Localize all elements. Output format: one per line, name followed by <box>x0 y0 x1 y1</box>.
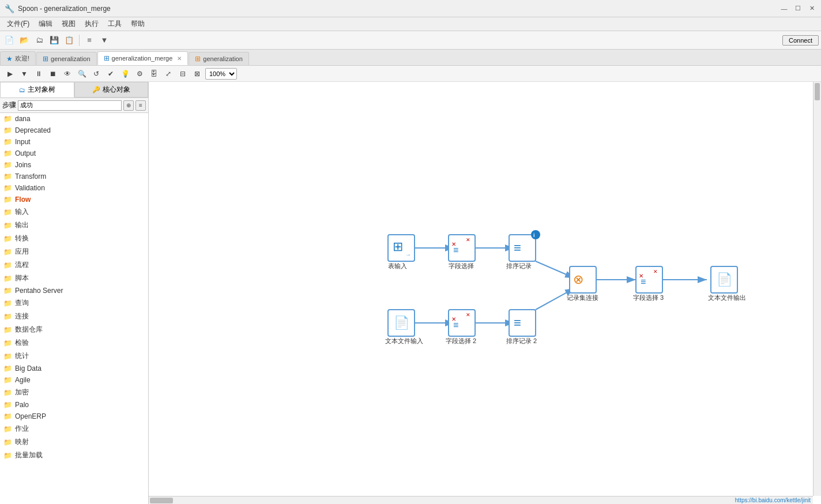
sidebar-item-agile[interactable]: 📁Agile <box>0 374 148 386</box>
sidebar-item-palo[interactable]: 📁Palo <box>0 399 148 411</box>
svg-line-3 <box>536 261 574 278</box>
replay-btn[interactable]: ↺ <box>90 67 103 80</box>
sidebar-item-应用[interactable]: 📁应用 <box>0 245 148 258</box>
sidebar-item-加密[interactable]: 📁加密 <box>0 386 148 399</box>
open-btn[interactable]: 📂 <box>17 33 31 47</box>
save-btn[interactable]: 💾 <box>47 33 61 47</box>
sidebar-tree-btn[interactable]: ⊕ <box>123 100 134 111</box>
node-text-output[interactable]: 📄 文本文件输出 <box>708 266 746 301</box>
close-button[interactable]: ✕ <box>807 4 816 13</box>
tab-generalization[interactable]: ⊞ generalization <box>36 52 97 65</box>
sidebar-item-映射[interactable]: 📁映射 <box>0 435 148 449</box>
tab-merge-close[interactable]: ✕ <box>177 55 182 62</box>
sidebar-item-pentaho-server[interactable]: 📁Pentaho Server <box>0 285 148 296</box>
tab-generalization-merge[interactable]: ⊞ generalization_merge ✕ <box>97 51 189 65</box>
zoom-select[interactable]: 100% 25% 50% 75% 125% 150% 200% <box>205 68 237 80</box>
sidebar-item-transform[interactable]: 📁Transform <box>0 171 148 182</box>
sidebar-item-输入[interactable]: 📁输入 <box>0 205 148 219</box>
sidebar-item-输出[interactable]: 📁输出 <box>0 219 148 232</box>
align-btn[interactable]: ⊠ <box>191 67 204 80</box>
folder-icon: 📁 <box>3 287 12 295</box>
sql-btn[interactable]: ⚙ <box>133 67 146 80</box>
connect-button[interactable]: Connect <box>782 35 819 46</box>
explorer-btn[interactable]: 🗂 <box>32 33 46 47</box>
sidebar-item-validation[interactable]: 📁Validation <box>0 182 148 194</box>
explore-btn[interactable]: 🗄 <box>148 67 160 80</box>
sidebar-item-joins[interactable]: 📁Joins <box>0 159 148 171</box>
menu-tools[interactable]: 工具 <box>103 18 126 30</box>
preview-btn[interactable]: 👁 <box>61 67 74 80</box>
maximize-button[interactable]: ☐ <box>793 4 803 13</box>
svg-text:⊞: ⊞ <box>393 239 403 254</box>
tab-generalization2[interactable]: ⊞ generalization <box>189 52 249 65</box>
sidebar-item-input[interactable]: 📁Input <box>0 136 148 148</box>
node-merge[interactable]: ⊗ 记录集连接 <box>567 266 598 301</box>
svg-text:≡: ≡ <box>453 320 458 330</box>
node-text-input[interactable]: 📄 文本文件输入 <box>385 310 423 344</box>
folder-icon: 📁 <box>3 376 12 384</box>
sidebar-item-批量加载[interactable]: 📁批量加载 <box>0 449 148 462</box>
canvas-vscrollbar[interactable] <box>813 82 821 496</box>
sidebar-tab-main[interactable]: 🗂 主对象树 <box>0 82 74 97</box>
node-field-select1[interactable]: ✕ ≡ ✕ 字段选择 <box>449 235 475 269</box>
sidebar-item-流程[interactable]: 📁流程 <box>0 258 148 272</box>
menu-help[interactable]: 帮助 <box>126 18 149 30</box>
folder-icon: 📁 <box>3 364 12 373</box>
tab-welcome[interactable]: ★ 欢迎! <box>0 51 36 65</box>
menu-view[interactable]: 视图 <box>57 18 80 30</box>
sidebar-item-作业[interactable]: 📁作业 <box>0 422 148 435</box>
shrink-btn[interactable]: ⊟ <box>176 67 189 80</box>
new-btn[interactable]: 📄 <box>2 33 16 47</box>
canvas-area[interactable]: ⊞ → 表输入 ✕ ≡ ✕ 字段选择 ≡ i 排序记录 <box>149 82 821 504</box>
expand-btn[interactable]: ⤢ <box>162 67 175 80</box>
sidebar-item-脚本[interactable]: 📁脚本 <box>0 272 148 285</box>
debug-btn[interactable]: 🔍 <box>76 67 88 80</box>
menu-file[interactable]: 文件(F) <box>2 18 34 30</box>
layers-btn[interactable]: ≡ <box>82 33 96 47</box>
saveas-btn[interactable]: 📋 <box>62 33 76 47</box>
sidebar-item-dana[interactable]: 📁dana <box>0 113 148 125</box>
stop-btn[interactable]: ⏹ <box>47 67 59 80</box>
sidebar-list-btn[interactable]: ≡ <box>135 100 146 111</box>
menu-execute[interactable]: 执行 <box>80 18 103 30</box>
node-sort2[interactable]: ≡ 排序记录 2 <box>506 310 537 344</box>
sidebar-item-统计[interactable]: 📁统计 <box>0 349 148 363</box>
run-btn[interactable]: ▶ <box>3 67 16 80</box>
sidebar-item-连接[interactable]: 📁连接 <box>0 310 148 323</box>
sidebar-item-flow[interactable]: 📁Flow <box>0 194 148 205</box>
sidebar-item-查询[interactable]: 📁查询 <box>0 296 148 310</box>
node-field-select3[interactable]: ✕ ≡ ✕ 字段选择 3 <box>633 266 664 301</box>
run-dropdown-btn[interactable]: ▼ <box>18 67 31 80</box>
node-field-select2[interactable]: ✕ ≡ ✕ 字段选择 2 <box>446 310 476 344</box>
svg-text:排序记录 2: 排序记录 2 <box>506 337 537 344</box>
svg-text:→: → <box>405 251 411 258</box>
dropdown-btn[interactable]: ▼ <box>97 33 111 47</box>
sidebar-filter-input[interactable] <box>18 100 122 111</box>
sidebar-item-检验[interactable]: 📁检验 <box>0 336 148 349</box>
sidebar-item-deprecated[interactable]: 📁Deprecated <box>0 125 148 136</box>
svg-text:≡: ≡ <box>514 240 521 255</box>
menu-edit[interactable]: 编辑 <box>34 18 57 30</box>
tab-generalization2-icon: ⊞ <box>195 55 201 63</box>
sidebar-item-转换[interactable]: 📁转换 <box>0 232 148 245</box>
sidebar-item-openerp[interactable]: 📁OpenERP <box>0 411 148 422</box>
sidebar-item-数据仓库[interactable]: 📁数据仓库 <box>0 323 148 336</box>
svg-rect-26 <box>636 266 662 293</box>
sidebar-item-big-data[interactable]: 📁Big Data <box>0 363 148 374</box>
node-table-input[interactable]: ⊞ → 表输入 <box>388 235 415 269</box>
node-sort1[interactable]: ≡ i 排序记录 <box>506 230 540 269</box>
svg-text:文本文件输入: 文本文件输入 <box>385 337 423 344</box>
minimize-button[interactable]: — <box>779 4 789 13</box>
check-btn[interactable]: ✔ <box>104 67 117 80</box>
sidebar-tab-core[interactable]: 🔑 核心对象 <box>74 82 149 97</box>
sidebar-tab-bar: 🗂 主对象树 🔑 核心对象 <box>0 82 148 98</box>
svg-text:字段选择 3: 字段选择 3 <box>633 294 664 301</box>
folder-icon: 📁 <box>3 195 12 204</box>
folder-icon: 📁 <box>3 161 12 169</box>
canvas-hscrollbar[interactable] <box>149 496 813 504</box>
folder-icon: 📁 <box>3 326 12 334</box>
sidebar-item-output[interactable]: 📁Output <box>0 148 148 159</box>
pause-btn[interactable]: ⏸ <box>32 67 45 80</box>
impact-btn[interactable]: 💡 <box>119 67 131 80</box>
svg-text:⊗: ⊗ <box>573 272 583 287</box>
